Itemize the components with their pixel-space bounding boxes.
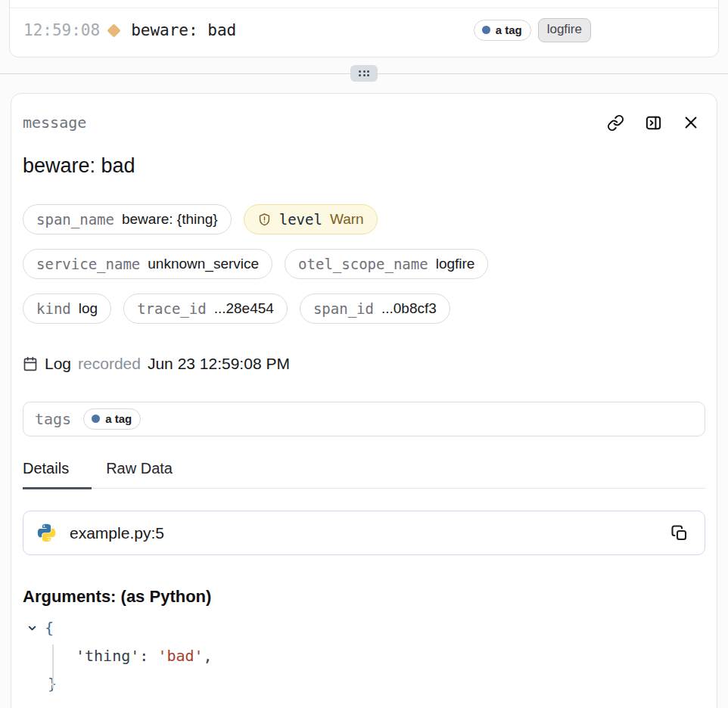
- pill-key: otel_scope_name: [298, 256, 428, 272]
- log-row-badges: a tag logfire: [474, 18, 591, 42]
- code-key: 'thing':: [76, 647, 148, 665]
- link-icon[interactable]: [607, 114, 624, 132]
- calendar-icon: [23, 356, 38, 371]
- tags-label: tags: [35, 410, 71, 428]
- pill-kind[interactable]: kind log: [23, 293, 111, 324]
- panel-actions: [607, 114, 705, 132]
- code-comma: ,: [204, 647, 213, 665]
- pill-key: trace_id: [137, 300, 207, 317]
- panel-title: beware: bad: [23, 154, 705, 178]
- recorded-type: Log: [45, 355, 71, 373]
- panel-header: message: [23, 113, 705, 132]
- recorded-verb: recorded: [78, 355, 141, 373]
- tag-dot-icon: [92, 415, 100, 423]
- tab-raw-data[interactable]: Raw Data: [106, 460, 173, 488]
- tag-badge[interactable]: a tag: [83, 408, 141, 430]
- pill-value: beware: {thing}: [122, 211, 218, 228]
- pill-level[interactable]: level Warn: [244, 204, 378, 234]
- pill-value: log: [79, 300, 98, 317]
- source-location-box[interactable]: example.py:5: [23, 511, 705, 555]
- tag-dot-icon: [482, 26, 490, 34]
- tab-details[interactable]: Details: [23, 460, 92, 489]
- tag-badge-label: a tag: [496, 23, 522, 36]
- chevron-down-icon[interactable]: [26, 623, 38, 634]
- detail-panel: message beware: bad span_name beware: {t…: [11, 93, 717, 708]
- pill-value: Warn: [330, 211, 364, 228]
- pill-span-id[interactable]: span_id ...0b8cf3: [300, 293, 450, 324]
- attribute-pills: span_name beware: {thing} level Warn ser…: [23, 204, 705, 324]
- pill-row-3: kind log trace_id ...28e454 span_id ...0…: [23, 293, 705, 324]
- tag-badge[interactable]: a tag: [474, 20, 531, 41]
- copy-icon[interactable]: [670, 524, 692, 542]
- recorded-datetime: Jun 23 12:59:08 PM: [148, 355, 290, 373]
- pill-trace-id[interactable]: trace_id ...28e454: [123, 293, 288, 324]
- drag-handle[interactable]: [350, 65, 378, 82]
- pill-value: ...28e454: [214, 300, 274, 317]
- scope-badge[interactable]: logfire: [538, 18, 591, 42]
- pill-value: logfire: [436, 256, 475, 272]
- panel-resize-zone: [0, 57, 728, 84]
- pill-key: span_name: [36, 211, 114, 228]
- arguments-heading: Arguments: (as Python): [23, 587, 705, 607]
- log-row[interactable]: 12:59:08 beware: bad a tag logfire: [10, 8, 718, 57]
- code-string-value: 'bad': [157, 647, 203, 665]
- log-timestamp: 12:59:08: [23, 21, 100, 39]
- log-list-card: 12:59:08 beware: bad a tag logfire: [9, 0, 719, 57]
- list-card-spacer: [10, 0, 718, 8]
- recorded-row: Log recorded Jun 23 12:59:08 PM: [23, 355, 705, 373]
- log-message: beware: bad: [131, 21, 236, 39]
- pill-row-1: span_name beware: {thing} level Warn: [23, 204, 705, 234]
- pill-key: kind: [36, 300, 71, 317]
- python-logo-icon: [36, 523, 57, 543]
- pill-key: span_id: [313, 300, 374, 317]
- code-line: }: [23, 675, 705, 693]
- arguments-code-block: { 'thing': 'bad', }: [23, 619, 705, 693]
- code-line: 'thing': 'bad',: [23, 647, 705, 665]
- code-open-brace: {: [45, 619, 54, 637]
- pill-row-2: service_name unknown_service otel_scope_…: [23, 249, 705, 279]
- pill-value: unknown_service: [148, 256, 259, 272]
- open-side-panel-icon[interactable]: [645, 114, 662, 132]
- pill-value: ...0b8cf3: [381, 300, 437, 317]
- close-icon[interactable]: [683, 114, 699, 131]
- panel-label: message: [23, 113, 86, 132]
- tag-badge-label: a tag: [105, 412, 132, 425]
- diamond-icon: [107, 23, 120, 37]
- pill-otel-scope-name[interactable]: otel_scope_name logfire: [285, 249, 488, 279]
- shield-exclamation-icon: [257, 213, 272, 227]
- grip-dots-icon: [359, 70, 369, 77]
- detail-tabs: Details Raw Data: [23, 460, 705, 489]
- code-line: {: [23, 619, 705, 637]
- indent-guide: [52, 644, 54, 688]
- pill-service-name[interactable]: service_name unknown_service: [23, 249, 272, 279]
- source-location: example.py:5: [70, 524, 164, 542]
- tags-box: tags a tag: [23, 402, 705, 436]
- pill-key: level: [279, 211, 322, 228]
- pill-span-name[interactable]: span_name beware: {thing}: [23, 204, 232, 234]
- pill-key: service_name: [36, 256, 140, 272]
